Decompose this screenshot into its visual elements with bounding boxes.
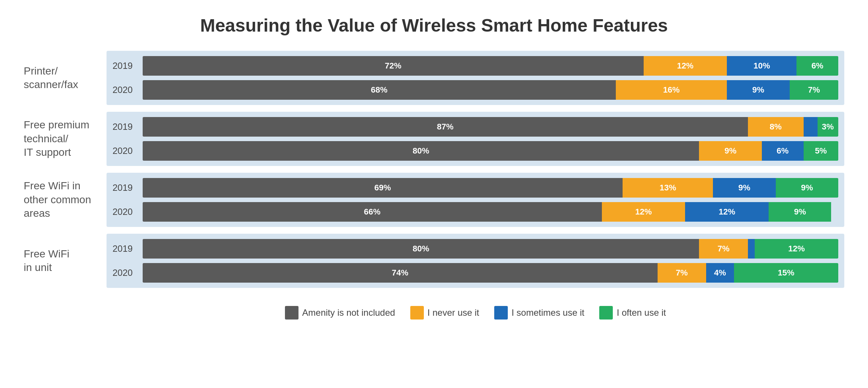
year-label-1-0: 2019 [113,122,139,132]
bar-segment-2-0-1: 13% [623,178,713,198]
bar-segment-2-1-2: 12% [685,202,769,222]
bar-segment-3-1-2: 4% [706,263,734,283]
bar-segment-3-1-1: 7% [658,263,706,283]
bar-segment-0-1-1: 16% [616,80,727,100]
bar-segment-0-0-2: 10% [727,56,796,76]
legend-label-1: I never use it [428,307,479,318]
bar-row-2-0: 201969%13%9%9% [113,178,838,198]
year-label-3-0: 2019 [113,243,139,254]
bar-row-1-0: 201987%8%3% [113,117,838,137]
bar-segment-0-1-2: 9% [727,80,789,100]
bar-segment-3-1-0: 74% [143,263,658,283]
year-label-0-0: 2019 [113,61,139,71]
bar-segment-2-1-3: 9% [769,202,831,222]
legend-item-0: Amenity is not included [285,306,395,320]
chart-row-0: Printer/ scanner/fax201972%12%10%6%20206… [24,51,844,105]
legend-swatch-3 [599,306,613,320]
bar-row-3-1: 202074%7%4%15% [113,263,838,283]
bar-segment-3-0-2 [748,239,755,259]
legend-swatch-0 [285,306,298,320]
bar-segment-3-0-3: 12% [755,239,838,259]
bar-track-1-0: 87%8%3% [143,117,838,137]
chart-row-1: Free premium technical/ IT support201987… [24,112,844,166]
year-label-2-1: 2020 [113,207,139,217]
bar-segment-1-0-0: 87% [143,117,748,137]
legend-swatch-2 [494,306,508,320]
bar-track-3-1: 74%7%4%15% [143,263,838,283]
bar-row-0-0: 201972%12%10%6% [113,56,838,76]
year-label-1-1: 2020 [113,146,139,156]
bars-section-0: 201972%12%10%6%202068%16%9%7% [107,51,844,105]
row-label-3: Free WiFi in unit [24,234,107,288]
legend-label-2: I sometimes use it [512,307,584,318]
bars-section-1: 201987%8%3%202080%9%6%5% [107,112,844,166]
bar-track-2-1: 66%12%12%9% [143,202,838,222]
chart-row-3: Free WiFi in unit201980%7%12%202074%7%4%… [24,234,844,288]
bar-segment-1-1-2: 6% [762,141,804,161]
bar-segment-0-0-3: 6% [796,56,838,76]
chart-row-2: Free WiFi in other common areas201969%13… [24,173,844,227]
bar-track-0-0: 72%12%10%6% [143,56,838,76]
legend-label-3: I often use it [617,307,666,318]
bar-segment-2-1-1: 12% [602,202,685,222]
legend-item-2: I sometimes use it [494,306,584,320]
bar-segment-0-1-3: 7% [790,80,838,100]
bar-segment-3-0-0: 80% [143,239,699,259]
bar-segment-1-1-1: 9% [699,141,761,161]
bar-track-0-1: 68%16%9%7% [143,80,838,100]
chart-title: Measuring the Value of Wireless Smart Ho… [200,15,668,36]
legend-item-1: I never use it [410,306,479,320]
bar-segment-1-0-1: 8% [748,117,804,137]
bar-track-1-1: 80%9%6%5% [143,141,838,161]
bar-segment-2-0-0: 69% [143,178,623,198]
bar-track-3-0: 80%7%12% [143,239,838,259]
bar-row-2-1: 202066%12%12%9% [113,202,838,222]
year-label-0-1: 2020 [113,85,139,95]
bar-segment-3-0-1: 7% [699,239,748,259]
bar-segment-2-1-0: 66% [143,202,602,222]
bar-segment-0-0-0: 72% [143,56,644,76]
legend: Amenity is not includedI never use itI s… [202,306,666,320]
legend-label-0: Amenity is not included [302,307,395,318]
chart-container: Printer/ scanner/fax201972%12%10%6%20206… [24,51,844,295]
bar-segment-1-1-3: 5% [804,141,838,161]
bar-row-0-1: 202068%16%9%7% [113,80,838,100]
bar-row-1-1: 202080%9%6%5% [113,141,838,161]
bar-segment-0-1-0: 68% [143,80,616,100]
legend-item-3: I often use it [599,306,666,320]
bar-track-2-0: 69%13%9%9% [143,178,838,198]
bar-segment-1-0-2 [804,117,818,137]
bars-section-2: 201969%13%9%9%202066%12%12%9% [107,173,844,227]
bars-section-3: 201980%7%12%202074%7%4%15% [107,234,844,288]
row-label-1: Free premium technical/ IT support [24,112,107,166]
bar-segment-1-1-0: 80% [143,141,699,161]
year-label-3-1: 2020 [113,268,139,278]
bar-segment-2-0-2: 9% [713,178,775,198]
legend-swatch-1 [410,306,424,320]
bar-segment-0-0-1: 12% [644,56,727,76]
bar-row-3-0: 201980%7%12% [113,239,838,259]
row-label-0: Printer/ scanner/fax [24,51,107,105]
row-label-2: Free WiFi in other common areas [24,173,107,227]
bar-segment-1-0-3: 3% [818,117,838,137]
year-label-2-0: 2019 [113,183,139,193]
bar-segment-2-0-3: 9% [776,178,838,198]
bar-segment-3-1-3: 15% [734,263,838,283]
